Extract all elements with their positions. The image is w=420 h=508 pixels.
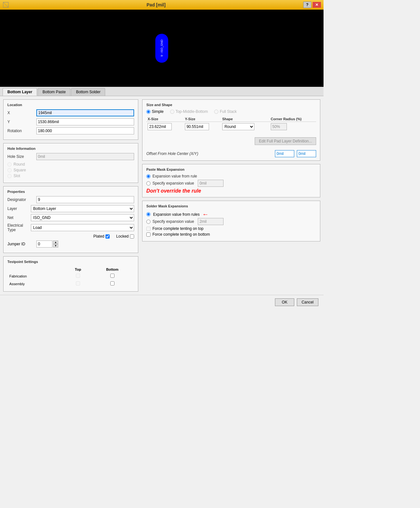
testpoint-section: Testpoint Settings Top Bottom Fabricatio…: [3, 256, 138, 292]
assembly-top-checkbox[interactable]: [76, 281, 80, 286]
testpoint-top-header: Top: [66, 267, 90, 272]
tab-bottom-layer[interactable]: Bottom Layer: [3, 88, 37, 96]
svg-line-1: [3, 2, 8, 7]
y-size-input[interactable]: [185, 123, 209, 130]
bottom-bar: OK Cancel: [0, 295, 324, 309]
corner-radius-input[interactable]: [271, 123, 287, 130]
paste-specify-expansion-row: Specify expansion value: [146, 180, 316, 187]
rotation-label: Rotation: [7, 129, 36, 133]
x-label: X: [7, 111, 36, 115]
corner-radius-header: Corner Radius (%): [269, 116, 316, 122]
simple-radio[interactable]: [146, 110, 151, 114]
force-top-label: Force complete tenting on top: [152, 226, 204, 231]
plated-checkbox[interactable]: [105, 234, 110, 239]
tab-bottom-solder[interactable]: Bottom Solder: [71, 88, 105, 96]
location-title: Location: [7, 103, 134, 107]
y-input[interactable]: [36, 118, 134, 125]
fabrication-bottom-checkbox[interactable]: [110, 274, 114, 278]
shape-table: X-Size Y-Size Shape Corner Radius (%) Ro…: [146, 116, 316, 132]
close-button[interactable]: ✕: [313, 2, 321, 8]
x-input[interactable]: [36, 109, 134, 116]
solder-specify-input[interactable]: [198, 218, 224, 225]
solder-specify-expansion-row: Specify expansion value: [146, 218, 316, 225]
title-bar: Pad [mil] ? ✕: [0, 0, 324, 10]
pad-shape: 9 : ISO_GND: [155, 34, 168, 63]
locked-item: Locked: [116, 234, 134, 239]
main-content: Location X Y Rotation Hole Information H…: [0, 96, 324, 295]
force-bottom-label: Force complete tenting on bottom: [152, 232, 210, 237]
shape-select[interactable]: Round Rectangular Oval: [222, 123, 254, 130]
slot-radio[interactable]: [7, 174, 12, 178]
red-arrow-icon: ←: [202, 211, 209, 218]
properties-title: Properties: [7, 190, 134, 194]
hole-info-title: Hole Information: [7, 147, 134, 150]
full-stack-radio-label: Full Stack: [214, 109, 237, 114]
x-size-input[interactable]: [148, 123, 172, 130]
rotation-input[interactable]: [36, 127, 134, 134]
y-size-header: Y-Size: [184, 116, 221, 122]
designator-input[interactable]: [36, 196, 134, 203]
dont-override-annotation: Don't override the rule: [146, 188, 316, 194]
solder-mask-title: Solder Mask Expansions: [146, 204, 316, 208]
net-select[interactable]: ISO_GND GND VCC: [31, 214, 134, 221]
jumper-row: Jumper ID ▲ ▼: [7, 240, 134, 248]
square-label: Square: [14, 168, 26, 172]
ok-button[interactable]: OK: [275, 298, 294, 306]
jumper-id-input[interactable]: [36, 240, 52, 248]
offset-x-input[interactable]: [275, 150, 294, 157]
force-top-row: Force complete tenting on top: [146, 226, 316, 231]
elec-type-label: Electrical Type: [7, 223, 31, 232]
x-size-header: X-Size: [146, 116, 184, 122]
paste-specify-input[interactable]: [198, 180, 224, 187]
tab-bottom-paste[interactable]: Bottom Paste: [38, 88, 70, 96]
jumper-id-label: Jumper ID: [7, 242, 36, 246]
assembly-label: Assembly: [8, 280, 65, 287]
plated-item: Plated: [93, 234, 110, 239]
round-radio-row: Round: [7, 162, 134, 167]
spinner-down-button[interactable]: ▼: [53, 244, 58, 248]
assembly-bottom-checkbox[interactable]: [110, 281, 114, 286]
jumper-spinner: ▲ ▼: [53, 240, 58, 248]
force-bottom-checkbox[interactable]: [146, 232, 151, 237]
solder-expansion-from-rules-radio[interactable]: [146, 212, 151, 216]
locked-checkbox[interactable]: [130, 234, 134, 239]
y-label: Y: [7, 120, 36, 124]
fabrication-label: Fabrication: [8, 273, 65, 280]
paste-specify-label: Specify expansion value: [152, 181, 194, 186]
hole-info-section: Hole Information Hole Size Round Square …: [3, 143, 138, 183]
top-middle-bottom-radio[interactable]: [170, 110, 174, 114]
fabrication-top-checkbox[interactable]: [76, 274, 80, 278]
solder-expansion-from-rules-label: Expansion value from rules: [153, 212, 200, 217]
title-controls: ? ✕: [303, 2, 321, 8]
net-row: Net ISO_GND GND VCC: [7, 214, 134, 221]
help-button[interactable]: ?: [303, 2, 311, 8]
solder-mask-section: Solder Mask Expansions Expansion value f…: [142, 201, 320, 241]
paste-mask-title: Paste Mask Expansion: [146, 168, 316, 171]
testpoint-title: Testpoint Settings: [7, 260, 134, 264]
paste-specify-radio[interactable]: [146, 181, 151, 186]
edit-full-pad-button[interactable]: Edit Full Pad Layer Definition...: [255, 137, 316, 145]
solder-expansion-from-rules-row: Expansion value from rules ←: [146, 211, 316, 218]
net-label: Net: [7, 215, 31, 220]
spinner-up-button[interactable]: ▲: [53, 240, 58, 244]
solder-specify-radio[interactable]: [146, 220, 151, 224]
round-radio[interactable]: [7, 162, 12, 167]
hole-size-input[interactable]: [36, 153, 134, 160]
force-top-checkbox[interactable]: [146, 227, 151, 231]
shape-mode-group: Simple Top-Middle-Bottom Full Stack: [146, 109, 316, 114]
full-stack-radio[interactable]: [214, 110, 218, 114]
offset-y-input[interactable]: [297, 150, 316, 157]
hole-size-label: Hole Size: [7, 154, 36, 159]
round-label: Round: [14, 162, 25, 167]
simple-radio-label: Simple: [146, 109, 164, 114]
layer-select[interactable]: Bottom Layer Top Layer Multi-Layer: [31, 205, 134, 212]
paste-expansion-from-rule-radio[interactable]: [146, 174, 151, 178]
testpoint-table: Top Bottom Fabrication Assembly: [7, 266, 134, 288]
cancel-button[interactable]: Cancel: [297, 298, 318, 306]
square-radio[interactable]: [7, 168, 12, 172]
elec-type-select[interactable]: Load Source Passive: [31, 224, 134, 231]
left-column: Location X Y Rotation Hole Information H…: [3, 99, 138, 292]
assembly-row: Assembly: [8, 280, 133, 287]
edit-btn-container: Edit Full Pad Layer Definition...: [146, 135, 316, 148]
designator-row: Designator: [7, 196, 134, 203]
